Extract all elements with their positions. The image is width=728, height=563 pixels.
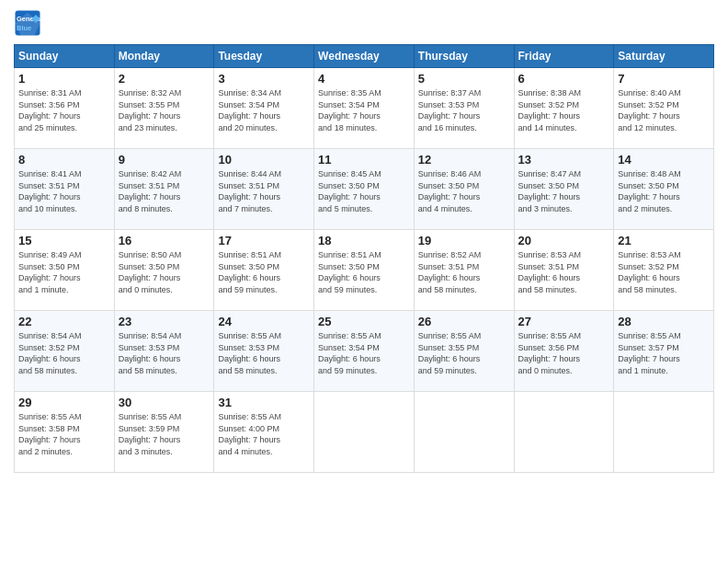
day-number: 6 [518,72,610,86]
day-info: Sunrise: 8:52 AM Sunset: 3:51 PM Dayligh… [418,249,510,295]
calendar-cell: 12Sunrise: 8:46 AM Sunset: 3:50 PM Dayli… [414,149,514,230]
day-info: Sunrise: 8:51 AM Sunset: 3:50 PM Dayligh… [318,249,410,295]
day-info: Sunrise: 8:55 AM Sunset: 3:54 PM Dayligh… [318,330,410,376]
day-number: 30 [119,396,210,409]
day-number: 28 [618,315,710,328]
calendar-cell: 23Sunrise: 8:54 AM Sunset: 3:53 PM Dayli… [114,311,214,392]
day-info: Sunrise: 8:45 AM Sunset: 3:50 PM Dayligh… [318,168,410,214]
calendar-cell: 4Sunrise: 8:35 AM Sunset: 3:54 PM Daylig… [314,68,415,149]
day-info: Sunrise: 8:42 AM Sunset: 3:51 PM Dayligh… [119,168,210,214]
calendar-cell: 25Sunrise: 8:55 AM Sunset: 3:54 PM Dayli… [314,311,415,392]
day-info: Sunrise: 8:53 AM Sunset: 3:51 PM Dayligh… [518,249,610,295]
calendar-cell: 20Sunrise: 8:53 AM Sunset: 3:51 PM Dayli… [514,230,614,311]
day-info: Sunrise: 8:40 AM Sunset: 3:52 PM Dayligh… [618,87,710,133]
day-number: 11 [318,153,410,167]
calendar-week-row: 8Sunrise: 8:41 AM Sunset: 3:51 PM Daylig… [15,149,714,230]
weekday-header: Sunday [15,45,115,68]
calendar-cell: 28Sunrise: 8:55 AM Sunset: 3:57 PM Dayli… [614,311,714,392]
day-info: Sunrise: 8:50 AM Sunset: 3:50 PM Dayligh… [119,249,210,295]
logo: General Blue [14,9,45,37]
calendar-cell: 30Sunrise: 8:55 AM Sunset: 3:59 PM Dayli… [114,392,214,473]
calendar-header: SundayMondayTuesdayWednesdayThursdayFrid… [15,45,714,68]
calendar-cell: 14Sunrise: 8:48 AM Sunset: 3:50 PM Dayli… [614,149,714,230]
day-number: 26 [418,315,510,328]
day-info: Sunrise: 8:47 AM Sunset: 3:50 PM Dayligh… [518,168,610,214]
calendar-cell: 29Sunrise: 8:55 AM Sunset: 3:58 PM Dayli… [15,392,115,473]
day-number: 20 [518,234,610,247]
day-info: Sunrise: 8:55 AM Sunset: 3:53 PM Dayligh… [218,330,310,376]
day-info: Sunrise: 8:53 AM Sunset: 3:52 PM Dayligh… [618,249,710,295]
header: General Blue [14,9,714,37]
day-number: 21 [618,234,710,247]
day-info: Sunrise: 8:55 AM Sunset: 4:00 PM Dayligh… [218,411,310,457]
day-number: 16 [119,234,210,247]
day-number: 13 [518,153,610,167]
calendar-cell: 16Sunrise: 8:50 AM Sunset: 3:50 PM Dayli… [114,230,214,311]
calendar-cell: 18Sunrise: 8:51 AM Sunset: 3:50 PM Dayli… [314,230,415,311]
calendar-cell: 8Sunrise: 8:41 AM Sunset: 3:51 PM Daylig… [15,149,115,230]
day-info: Sunrise: 8:54 AM Sunset: 3:53 PM Dayligh… [119,330,210,376]
day-number: 8 [18,153,110,167]
calendar-cell: 2Sunrise: 8:32 AM Sunset: 3:55 PM Daylig… [114,68,214,149]
day-number: 22 [18,315,110,328]
day-number: 18 [318,234,410,247]
calendar-cell: 1Sunrise: 8:31 AM Sunset: 3:56 PM Daylig… [15,68,115,149]
day-info: Sunrise: 8:55 AM Sunset: 3:56 PM Dayligh… [518,330,610,376]
weekday-header: Saturday [614,45,714,68]
day-info: Sunrise: 8:31 AM Sunset: 3:56 PM Dayligh… [18,87,110,133]
weekday-header: Friday [514,45,614,68]
day-number: 23 [119,315,210,328]
day-number: 2 [119,72,210,86]
calendar-body: 1Sunrise: 8:31 AM Sunset: 3:56 PM Daylig… [15,68,714,473]
calendar-cell [414,392,514,473]
day-number: 24 [218,315,310,328]
day-info: Sunrise: 8:46 AM Sunset: 3:50 PM Dayligh… [418,168,510,214]
calendar-cell [514,392,614,473]
calendar-table: SundayMondayTuesdayWednesdayThursdayFrid… [14,44,714,473]
calendar-week-row: 15Sunrise: 8:49 AM Sunset: 3:50 PM Dayli… [15,230,714,311]
day-number: 5 [418,72,510,86]
day-info: Sunrise: 8:48 AM Sunset: 3:50 PM Dayligh… [618,168,710,214]
header-row: SundayMondayTuesdayWednesdayThursdayFrid… [15,45,714,68]
calendar-cell: 21Sunrise: 8:53 AM Sunset: 3:52 PM Dayli… [614,230,714,311]
day-number: 7 [618,72,710,86]
day-number: 29 [18,396,110,409]
calendar-cell: 24Sunrise: 8:55 AM Sunset: 3:53 PM Dayli… [214,311,314,392]
calendar-cell: 26Sunrise: 8:55 AM Sunset: 3:55 PM Dayli… [414,311,514,392]
day-info: Sunrise: 8:55 AM Sunset: 3:58 PM Dayligh… [18,411,110,457]
day-number: 1 [18,72,110,86]
day-info: Sunrise: 8:55 AM Sunset: 3:55 PM Dayligh… [418,330,510,376]
svg-text:Blue: Blue [17,24,31,32]
calendar-cell: 7Sunrise: 8:40 AM Sunset: 3:52 PM Daylig… [614,68,714,149]
day-number: 27 [518,315,610,328]
weekday-header: Monday [114,45,214,68]
calendar-cell: 22Sunrise: 8:54 AM Sunset: 3:52 PM Dayli… [15,311,115,392]
calendar-cell: 27Sunrise: 8:55 AM Sunset: 3:56 PM Dayli… [514,311,614,392]
day-number: 15 [18,234,110,247]
day-number: 17 [218,234,310,247]
calendar-cell: 19Sunrise: 8:52 AM Sunset: 3:51 PM Dayli… [414,230,514,311]
calendar-cell [314,392,415,473]
day-number: 12 [418,153,510,167]
calendar-cell: 5Sunrise: 8:37 AM Sunset: 3:53 PM Daylig… [414,68,514,149]
calendar-week-row: 29Sunrise: 8:55 AM Sunset: 3:58 PM Dayli… [15,392,714,473]
day-info: Sunrise: 8:38 AM Sunset: 3:52 PM Dayligh… [518,87,610,133]
calendar-week-row: 22Sunrise: 8:54 AM Sunset: 3:52 PM Dayli… [15,311,714,392]
day-number: 9 [119,153,210,167]
logo-icon: General Blue [14,9,41,37]
calendar-cell: 31Sunrise: 8:55 AM Sunset: 4:00 PM Dayli… [214,392,314,473]
calendar-cell: 15Sunrise: 8:49 AM Sunset: 3:50 PM Dayli… [15,230,115,311]
page-container: General Blue SundayMondayTuesdayWednesda… [0,0,728,482]
day-info: Sunrise: 8:35 AM Sunset: 3:54 PM Dayligh… [318,87,410,133]
day-info: Sunrise: 8:55 AM Sunset: 3:59 PM Dayligh… [119,411,210,457]
day-info: Sunrise: 8:41 AM Sunset: 3:51 PM Dayligh… [18,168,110,214]
day-number: 14 [618,153,710,167]
day-info: Sunrise: 8:44 AM Sunset: 3:51 PM Dayligh… [218,168,310,214]
calendar-cell: 11Sunrise: 8:45 AM Sunset: 3:50 PM Dayli… [314,149,415,230]
day-info: Sunrise: 8:32 AM Sunset: 3:55 PM Dayligh… [119,87,210,133]
day-number: 10 [218,153,310,167]
weekday-header: Tuesday [214,45,314,68]
day-info: Sunrise: 8:51 AM Sunset: 3:50 PM Dayligh… [218,249,310,295]
calendar-cell: 17Sunrise: 8:51 AM Sunset: 3:50 PM Dayli… [214,230,314,311]
day-info: Sunrise: 8:37 AM Sunset: 3:53 PM Dayligh… [418,87,510,133]
